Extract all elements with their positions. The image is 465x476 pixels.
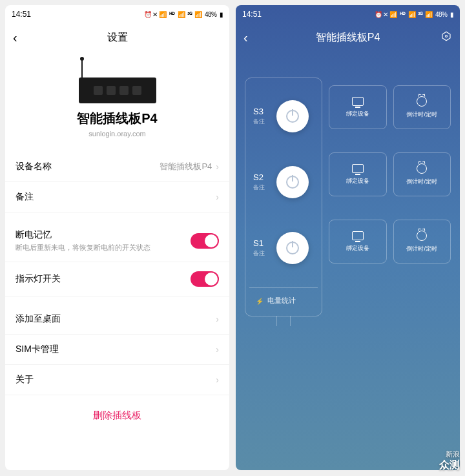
row-label: 设备名称: [16, 161, 52, 172]
chevron-right-icon: ›: [216, 161, 219, 172]
row-label: 断电记忆: [16, 229, 150, 241]
clock-icon: [417, 231, 427, 241]
device-image: [79, 65, 156, 103]
monitor-icon: [352, 164, 364, 173]
power-icon: [286, 242, 299, 254]
statusbar: 14:51 ⏰ ✕ 📶 ᴴᴰ 📶 ³ᴳ 📶 48% ▮: [5, 5, 229, 23]
phone-settings: 14:51 ⏰ ✕ 📶 ᴴᴰ 📶 ³ᴳ 📶 48% ▮ ‹ 设置 智能插线板P4…: [5, 5, 229, 470]
monitor-icon: [352, 231, 364, 240]
product-url: sunlogin.oray.com: [5, 130, 229, 138]
socket-name: S1: [253, 238, 271, 248]
bolt-icon: [256, 297, 264, 305]
socket-column: S3 备注 S2 备注 S1 备注: [245, 78, 322, 316]
row-label: 指示灯开关: [16, 273, 61, 285]
socket-row-s1: S1 备注: [249, 215, 318, 281]
chevron-right-icon: ›: [216, 375, 219, 385]
chevron-right-icon: ›: [216, 344, 219, 355]
power-button-s3[interactable]: [276, 100, 309, 132]
power-icon: [286, 176, 299, 189]
settings-icon[interactable]: [440, 30, 452, 45]
row-label: 添加至桌面: [16, 313, 61, 325]
row-subtitle: 断电后重新来电，将恢复断电前的开关状态: [16, 243, 150, 253]
row-remark[interactable]: 备注 ›: [5, 182, 229, 212]
back-icon[interactable]: ‹: [13, 30, 17, 45]
row-label: 备注: [16, 191, 34, 203]
svg-marker-0: [442, 32, 450, 41]
row-label: 关于: [16, 374, 34, 386]
product-hero: 智能插线板P4 sunlogin.oray.com: [5, 52, 229, 144]
row-add-desktop[interactable]: 添加至桌面 ›: [5, 304, 229, 335]
delete-button[interactable]: 删除插线板: [5, 395, 229, 431]
phone-control: 14:51 ⏰ ✕ 📶 ᴴᴰ 📶 ³ᴳ 📶 48% ▮ ‹ 智能插线板P4 S3…: [236, 5, 460, 470]
svg-point-1: [446, 36, 448, 37]
row-power-memory: 断电记忆 断电后重新来电，将恢复断电前的开关状态: [5, 220, 229, 262]
tiles-column: 绑定设备 倒计时/定时 绑定设备 倒计时/定时: [329, 78, 451, 316]
socket-name: S3: [253, 107, 271, 116]
status-time: 14:51: [12, 10, 31, 19]
tile-bind-device-s2[interactable]: 绑定设备: [329, 152, 387, 196]
statusbar: 14:51 ⏰ ✕ 📶 ᴴᴰ 📶 ³ᴳ 📶 48% ▮: [236, 5, 460, 23]
status-indicators: ⏰ ✕ 📶 ᴴᴰ 📶 ³ᴳ 📶 48% ▮: [144, 11, 223, 18]
power-icon: [286, 110, 299, 123]
socket-row-s2: S2 备注: [249, 149, 318, 215]
tile-bind-device-s1[interactable]: 绑定设备: [329, 220, 387, 264]
clock-icon: [417, 163, 427, 174]
chevron-right-icon: ›: [216, 314, 219, 324]
tile-timer-s2[interactable]: 倒计时/定时: [393, 152, 451, 196]
tile-timer-s1[interactable]: 倒计时/定时: [393, 220, 451, 264]
status-time: 14:51: [242, 10, 262, 19]
watermark: 新浪 众测: [439, 450, 460, 471]
socket-note[interactable]: 备注: [253, 183, 271, 192]
tile-bind-device-s3[interactable]: 绑定设备: [329, 85, 387, 129]
header: ‹ 设置: [5, 23, 229, 52]
back-icon[interactable]: ‹: [243, 30, 248, 45]
stats-label: 电量统计: [267, 296, 296, 305]
row-label: SIM卡管理: [16, 344, 59, 355]
row-about[interactable]: 关于 ›: [5, 365, 229, 395]
toggle-led[interactable]: [191, 271, 219, 287]
row-device-name[interactable]: 设备名称 智能插线板P4›: [5, 152, 229, 182]
clock-icon: [417, 96, 427, 107]
row-led-switch: 指示灯开关: [5, 262, 229, 296]
socket-note[interactable]: 备注: [253, 249, 271, 258]
power-button-s2[interactable]: [276, 166, 309, 198]
toggle-power-memory[interactable]: [191, 233, 219, 249]
monitor-icon: [352, 97, 364, 106]
product-name: 智能插线板P4: [5, 110, 229, 127]
row-sim[interactable]: SIM卡管理 ›: [5, 335, 229, 365]
header: ‹ 智能插线板P4: [236, 23, 460, 52]
tile-timer-s3[interactable]: 倒计时/定时: [393, 85, 451, 129]
chevron-right-icon: ›: [216, 192, 219, 202]
page-title: 智能插线板P4: [316, 31, 380, 45]
stats-button[interactable]: 电量统计: [249, 287, 318, 311]
page-title: 设置: [107, 31, 128, 45]
row-value: 智能插线板P4: [160, 161, 212, 172]
socket-note[interactable]: 备注: [253, 118, 271, 126]
socket-name: S2: [253, 172, 271, 182]
status-indicators: ⏰ ✕ 📶 ᴴᴰ 📶 ³ᴳ 📶 48% ▮: [375, 11, 453, 18]
power-button-s1[interactable]: [276, 232, 309, 264]
socket-row-s3: S3 备注: [249, 83, 318, 149]
